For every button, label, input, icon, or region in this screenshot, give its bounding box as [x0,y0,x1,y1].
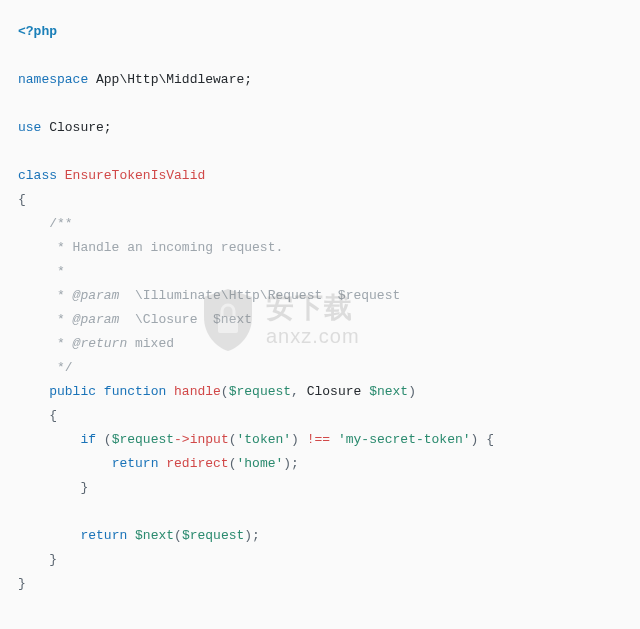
paren-open: ( [96,432,112,447]
variable-next: $next [135,528,174,543]
variable-next: $next [369,384,408,399]
paren-open: ( [221,384,229,399]
namespace-path: App\Http\Middleware; [88,72,252,87]
if-brace-close: } [18,480,88,495]
fn-brace-open: { [18,408,57,423]
comma: , [291,384,307,399]
keyword-return: return [80,528,127,543]
variable-request: $request [112,432,174,447]
variable-request: $request [182,528,244,543]
docblock-line: * [18,336,73,351]
space [127,528,135,543]
variable-request: $request [229,384,291,399]
function-redirect: redirect [166,456,228,471]
arrow-operator: -> [174,432,190,447]
docblock-line: * [18,264,65,279]
use-target: Closure; [41,120,111,135]
method-input: input [190,432,229,447]
docblock-param: @param [73,288,120,303]
php-open-tag: <?php [18,24,57,39]
docblock-line: * Handle an incoming request. [18,240,283,255]
docblock-param: @param [73,312,120,327]
keyword-function: function [96,384,166,399]
docblock-line: * [18,288,73,303]
paren-open: ( [229,432,237,447]
keyword-if: if [80,432,96,447]
string-secret: 'my-secret-token' [338,432,471,447]
keyword-use: use [18,120,41,135]
keyword-class: class [18,168,57,183]
keyword-return: return [112,456,159,471]
paren-close: ) [291,432,299,447]
docblock-line: \Illuminate\Http\Request $request [119,288,400,303]
brace-close: } [18,576,26,591]
paren-open: ( [174,528,182,543]
docblock-line: * [18,312,73,327]
docblock-line: mixed [127,336,174,351]
php-code-block: <?php namespace App\Http\Middleware; use… [0,0,640,629]
not-identical-operator: !== [299,432,338,447]
fn-brace-close: } [18,552,57,567]
paren-close-semi: ); [283,456,299,471]
keyword-public: public [49,384,96,399]
docblock-close: */ [18,360,73,375]
indent [18,432,80,447]
indent [18,384,49,399]
keyword-namespace: namespace [18,72,88,87]
docblock-return: @return [73,336,128,351]
paren-close: ) [408,384,416,399]
watermark-domain: anxz.com [266,326,360,346]
paren-close-brace: ) { [471,432,494,447]
docblock-open: /** [18,216,73,231]
function-name: handle [166,384,221,399]
type-closure: Closure [307,384,369,399]
string-token: 'token' [237,432,292,447]
paren-close-semi: ); [244,528,260,543]
indent [18,528,80,543]
docblock-line: \Closure $next [119,312,252,327]
class-name: EnsureTokenIsValid [57,168,205,183]
brace-open: { [18,192,26,207]
indent [18,456,112,471]
string-home: 'home' [236,456,283,471]
